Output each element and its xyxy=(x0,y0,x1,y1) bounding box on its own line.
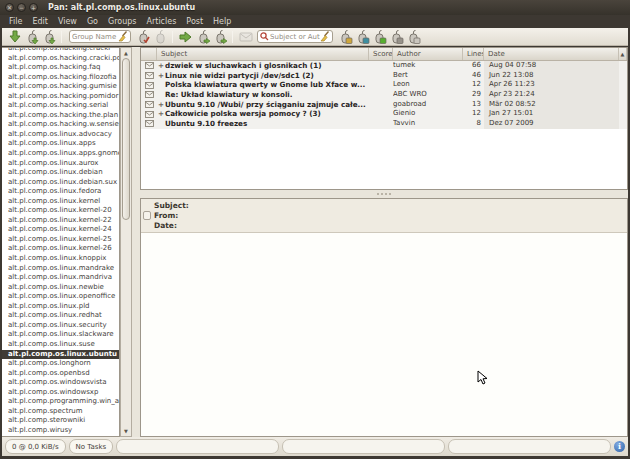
group-item[interactable]: alt.pl.comp.os.linux.openoffice xyxy=(2,292,119,302)
group-item[interactable]: alt.pl.comp.os.hacking.cracki xyxy=(2,47,119,54)
thread-expander-icon[interactable]: + xyxy=(157,61,165,71)
sort-indicator-icon[interactable]: ▲ xyxy=(619,48,627,60)
scroll-down-icon[interactable]: ▼ xyxy=(122,428,130,434)
thread-expander-icon[interactable]: + xyxy=(157,71,165,81)
group-item[interactable]: alt.pl.comp.os.linux.kernel-24 xyxy=(2,225,119,235)
horizontal-splitter[interactable] xyxy=(140,190,628,198)
group-item[interactable]: alt.pl.comp.os.hacking.pomidor xyxy=(2,92,119,102)
vertical-splitter[interactable] xyxy=(132,47,140,437)
group-item[interactable]: alt.pl.comp.os.linux.fedora xyxy=(2,187,119,197)
group-filter-input[interactable] xyxy=(72,33,118,41)
scrollbar-thumb[interactable] xyxy=(122,58,130,220)
group-item[interactable]: alt.pl.comp.os.linux.knoppix xyxy=(2,254,119,264)
menu-file[interactable]: File xyxy=(4,16,27,27)
read-next-unread-article-icon[interactable] xyxy=(177,29,194,44)
group-item[interactable]: alt.pl.comp.os.linux.newbie xyxy=(2,283,119,293)
column-header-subject[interactable]: Subject xyxy=(157,48,369,60)
group-item[interactable]: alt.pl.comp.wirusy xyxy=(2,426,119,436)
group-item[interactable]: alt.pl.comp.os.longhorn xyxy=(2,359,119,369)
get-headers-selected-group-icon[interactable] xyxy=(23,29,40,44)
group-item[interactable]: alt.pl.comp.os.linux.security xyxy=(2,321,119,331)
article-subject[interactable]: +Ubuntu 9.10 /Wubi/ przy ściąganiu zajmu… xyxy=(157,100,369,110)
close-button[interactable]: ✕ xyxy=(5,3,14,12)
thread-expander-icon[interactable]: + xyxy=(157,109,165,119)
group-item[interactable]: alt.pl.comp.os.hacking.filozofia xyxy=(2,73,119,83)
match-my-articles-icon[interactable] xyxy=(387,29,404,44)
group-item[interactable]: alt.pl.comp.os.linux.kernel xyxy=(2,197,119,207)
get-new-headers-icon[interactable] xyxy=(6,29,23,44)
group-item[interactable]: alt.pl.comp.os.linux.slackware xyxy=(2,330,119,340)
column-header-lines[interactable]: Lines xyxy=(463,48,484,60)
menu-groups[interactable]: Groups xyxy=(103,16,142,27)
maximize-button[interactable]: + xyxy=(29,3,38,12)
article-list-pane[interactable]: SubjectScoreAuthorLinesDate▲ +dzwiek w s… xyxy=(140,47,628,190)
group-item[interactable]: alt.pl.comp.spectrum xyxy=(2,407,119,417)
article-row[interactable]: Polska klawiatura qwerty w Gnome lub Xfa… xyxy=(141,80,627,90)
article-row[interactable]: Re: Układ klawiatury w konsoli.ABC WRO29… xyxy=(141,90,627,100)
menu-view[interactable]: View xyxy=(53,16,82,27)
group-item[interactable]: alt.pl.comp.os.linux.mandriva xyxy=(2,273,119,283)
group-item[interactable]: alt.pl.comp.os.openbsd xyxy=(2,369,119,379)
article-row[interactable]: +Ubuntu 9.10 /Wubi/ przy ściąganiu zajmu… xyxy=(141,100,627,110)
menu-help[interactable]: Help xyxy=(208,16,236,27)
article-row[interactable]: Ubuntu 9.10 freezesTavvin8Dez 07 2009 xyxy=(141,119,627,129)
clear-entry-icon[interactable] xyxy=(118,31,128,42)
article-body[interactable] xyxy=(141,233,627,437)
thread-expander-icon[interactable]: + xyxy=(157,100,165,110)
match-unread-articles-icon[interactable] xyxy=(336,29,353,44)
article-subject[interactable]: +Całkowicie polska wersja pomocy ? (3) xyxy=(157,109,369,119)
group-item[interactable]: alt.pl.comp.programming.win_api xyxy=(2,397,119,407)
article-search-input[interactable] xyxy=(270,33,320,41)
group-item[interactable]: alt.pl.comp.os.hacking.gumisie xyxy=(2,82,119,92)
group-item[interactable]: alt.pl.comp.os.linux.kernel-25 xyxy=(2,235,119,245)
group-item[interactable]: alt.pl.comp.os.hacking.the.plan xyxy=(2,111,119,121)
column-header-author[interactable]: Author xyxy=(393,48,463,60)
group-item[interactable]: alt.pl.comp.os.windowsxp xyxy=(2,388,119,398)
group-item[interactable]: alt.pl.comp.os.linux.kernel-26 xyxy=(2,244,119,254)
menu-edit[interactable]: Edit xyxy=(27,16,53,27)
menu-articles[interactable]: Articles xyxy=(142,16,182,27)
group-item[interactable]: alt.pl.comp.os.linux.debian.sux xyxy=(2,178,119,188)
article-subject[interactable]: +dzwiek w sluchawkach i glosnikach (1) xyxy=(157,61,369,71)
menu-go[interactable]: Go xyxy=(82,16,103,27)
group-item[interactable]: alt.pl.comp.os.hacking.serial xyxy=(2,101,119,111)
mark-group-read-icon[interactable] xyxy=(134,29,151,44)
group-item[interactable]: alt.pl.comp.os.linux.ubuntu xyxy=(2,350,119,360)
minimize-button[interactable]: − xyxy=(17,3,26,12)
match-binary-articles-icon[interactable] xyxy=(370,29,387,44)
get-headers-subscribed-groups-icon[interactable] xyxy=(40,29,57,44)
header-expander-icon[interactable] xyxy=(143,211,151,220)
group-item[interactable]: alt.pl.comp.os.linux.suse xyxy=(2,340,119,350)
info-icon[interactable]: i xyxy=(614,441,625,452)
tasks-status[interactable]: No Tasks xyxy=(69,439,114,454)
group-item[interactable]: alt.pl.comp.os.linux.mandrake xyxy=(2,264,119,274)
article-subject[interactable]: Re: Układ klawiatury w konsoli. xyxy=(157,90,369,100)
article-row[interactable]: +Linux nie widzi partycji /dev/sdc1 (2)B… xyxy=(141,71,627,81)
group-list-pane[interactable]: alt.pl.comp.os.hacking.crackialt.pl.comp… xyxy=(2,47,120,437)
group-item[interactable]: alt.pl.comp.os.hacking.w.sensie xyxy=(2,120,119,130)
article-row[interactable]: +dzwiek w sluchawkach i glosnikach (1)tu… xyxy=(141,61,627,71)
article-row[interactable]: +Całkowicie polska wersja pomocy ? (3)Gi… xyxy=(141,109,627,119)
article-subject[interactable]: +Linux nie widzi partycji /dev/sdc1 (2) xyxy=(157,71,369,81)
group-item[interactable]: alt.pl.comp.os.hacking.faq xyxy=(2,63,119,73)
group-item[interactable]: alt.pl.comp.os.linux.advocacy xyxy=(2,130,119,140)
read-next-thread-icon[interactable] xyxy=(211,29,228,44)
group-item[interactable]: alt.pl.comp.os.linux.redhat xyxy=(2,311,119,321)
column-header-date[interactable]: Date xyxy=(484,48,619,60)
read-next-article-icon[interactable] xyxy=(194,29,211,44)
group-item[interactable]: alt.pl.comp.os.linux.apps xyxy=(2,139,119,149)
group-item[interactable]: alt.pl.comp.os.linux.aurox xyxy=(2,159,119,169)
group-item[interactable]: alt.pl.comp.os.windowsvista xyxy=(2,378,119,388)
group-item[interactable]: alt.pl.comp.os.linux.apps.gnome xyxy=(2,149,119,159)
group-list-scrollbar[interactable]: ▲ ▼ xyxy=(120,47,132,437)
group-item[interactable]: alt.pl.comp.os.linux.kernel-20 xyxy=(2,206,119,216)
group-item[interactable]: alt.pl.comp.sterowniki xyxy=(2,416,119,426)
group-item[interactable]: alt.pl.comp.os.linux.debian xyxy=(2,168,119,178)
menu-post[interactable]: Post xyxy=(181,16,208,27)
scroll-up-icon[interactable]: ▲ xyxy=(122,50,130,56)
group-item[interactable]: alt.pl.comp.os.linux.pld xyxy=(2,302,119,312)
article-subject[interactable]: Ubuntu 9.10 freezes xyxy=(157,119,369,129)
group-item[interactable]: alt.pl.comp.os.hacking.cracki.pol xyxy=(2,54,119,64)
match-cached-articles-icon[interactable] xyxy=(353,29,370,44)
match-watched-articles-icon[interactable] xyxy=(404,29,421,44)
